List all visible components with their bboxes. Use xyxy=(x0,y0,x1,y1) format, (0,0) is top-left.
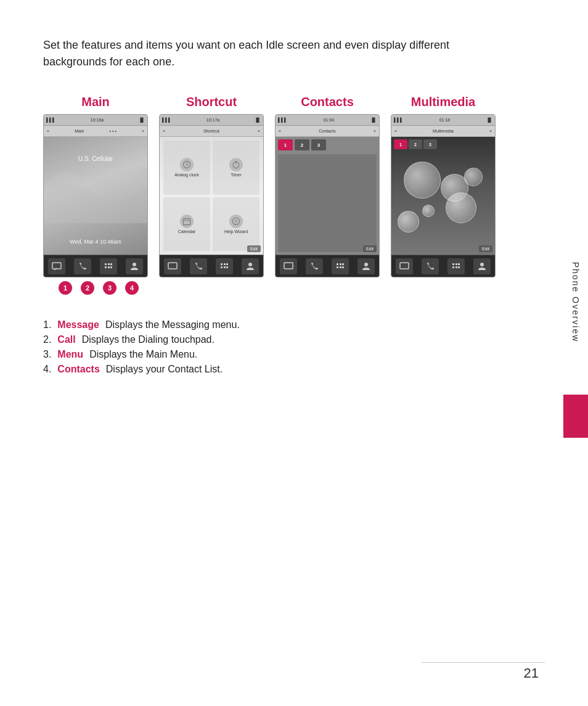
nav-bar-contacts: « Contacts » xyxy=(276,126,379,137)
edit-button-multimedia[interactable]: Edit xyxy=(479,245,492,252)
svg-rect-39 xyxy=(455,263,457,265)
status-time-multimedia: 01:18 xyxy=(439,118,451,122)
svg-rect-0 xyxy=(52,263,61,269)
edit-button-contacts[interactable]: Edit xyxy=(363,245,377,252)
svg-rect-29 xyxy=(284,263,293,269)
bullet-text-1: Displays the Messaging menu. xyxy=(105,319,240,330)
nav-title-multimedia: Multimedia xyxy=(433,129,454,133)
contacts-tab-3[interactable]: 3 xyxy=(311,139,326,150)
signal-icon: ▌▌▌ xyxy=(46,118,55,122)
phone-screen-main: ▌▌▌ 10:16a ▐▌ « Main • • • » U.S. C xyxy=(43,114,148,277)
timer-label: Timer xyxy=(231,173,242,177)
mm-tab-1[interactable]: 1 xyxy=(394,139,407,149)
screen-label-main: Main xyxy=(81,95,110,109)
svg-rect-21 xyxy=(168,263,177,269)
svg-rect-30 xyxy=(337,263,338,265)
call-icon-btn[interactable] xyxy=(74,258,91,274)
bullet-row-1: 1.Message Displays the Messaging menu. xyxy=(43,319,545,330)
call-icon-m[interactable] xyxy=(422,258,439,274)
call-icon-c[interactable] xyxy=(306,258,323,274)
page-number: 21 xyxy=(524,665,539,681)
message-icon-btn[interactable] xyxy=(48,258,65,274)
phone-screen-multimedia: ▌▌▌ 01:18 ▐▌ « Multimedia » 1 2 3 xyxy=(391,114,496,277)
bullet-keyword-3: Menu xyxy=(57,349,83,360)
mm-tab-3[interactable]: 3 xyxy=(423,139,437,149)
svg-point-36 xyxy=(364,263,368,266)
contacts-icon-c[interactable] xyxy=(357,258,375,274)
bullet-keyword-2: Call xyxy=(57,334,75,345)
help-label: Help Wizard xyxy=(224,229,248,234)
signal-icon-c: ▌▌▌ xyxy=(278,118,287,122)
nav-bar-shortcut: « Shortcut » xyxy=(160,126,263,137)
nav-forward-s: » xyxy=(258,129,260,133)
bottom-bar-shortcut xyxy=(160,255,263,277)
bullet-row-4: 4.Contacts Displays your Contact List. xyxy=(43,364,545,375)
nav-title-shortcut: Shortcut xyxy=(203,129,219,133)
nav-back: « xyxy=(47,129,49,133)
menu-icon-c[interactable] xyxy=(332,258,349,274)
svg-rect-24 xyxy=(226,263,228,265)
svg-rect-25 xyxy=(221,266,223,268)
svg-point-28 xyxy=(248,263,252,266)
clock-label: Analog clock xyxy=(174,173,199,177)
edit-button-shortcut[interactable]: Edit xyxy=(247,245,261,252)
svg-rect-37 xyxy=(400,263,409,269)
bullet-text-3: Displays the Main Menu. xyxy=(89,349,197,360)
main-screen-body: U.S. Cellular Wed, Mar 4 10:46am xyxy=(44,137,147,255)
divider-line xyxy=(422,662,545,663)
wave-decoration xyxy=(44,149,148,223)
multimedia-tabs: 1 2 3 xyxy=(394,139,437,149)
screen-label-multimedia: Multimedia xyxy=(411,95,475,109)
status-time-main: 10:16a xyxy=(91,118,104,122)
svg-rect-6 xyxy=(108,266,110,268)
screen-group-main: Main ▌▌▌ 10:16a ▐▌ « Main • • • » xyxy=(43,95,148,295)
shortcut-item-calendar: Calendar xyxy=(163,197,210,252)
nav-dots: • • • xyxy=(110,129,116,133)
num-2: 2 xyxy=(81,281,94,295)
nav-title-main: Main xyxy=(75,129,84,133)
status-bar-multimedia: ▌▌▌ 01:18 ▐▌ xyxy=(391,115,495,126)
status-bar-contacts: ▌▌▌ 01:04 ▐▌ xyxy=(276,115,379,126)
menu-icon-btn[interactable] xyxy=(100,258,117,274)
svg-rect-27 xyxy=(226,266,228,268)
bottom-bar-multimedia xyxy=(391,255,495,277)
calendar-label: Calendar xyxy=(178,229,195,234)
contacts-icon-s[interactable] xyxy=(242,258,259,274)
svg-rect-43 xyxy=(458,266,460,268)
call-icon-s[interactable] xyxy=(190,258,207,274)
num-1: 1 xyxy=(59,281,72,295)
contacts-area xyxy=(278,154,377,252)
bubble-6 xyxy=(398,211,419,232)
menu-icon-m[interactable] xyxy=(447,258,465,274)
status-time-shortcut: 10:17a xyxy=(206,118,219,122)
mm-tab-2[interactable]: 2 xyxy=(409,139,422,149)
msg-icon-s[interactable] xyxy=(164,258,181,274)
battery-icon-s: ▐▌ xyxy=(255,118,261,122)
page-content: Set the features and items you want on e… xyxy=(0,0,588,400)
bullet-text-4: Displays your Contact List. xyxy=(106,364,223,375)
bottom-bar-main xyxy=(44,255,147,277)
nav-forward: » xyxy=(142,129,144,133)
contacts-tab-2[interactable]: 2 xyxy=(295,139,309,150)
svg-rect-38 xyxy=(452,263,454,265)
svg-line-11 xyxy=(187,165,188,165)
contacts-tab-1[interactable]: 1 xyxy=(278,139,293,150)
side-accent-bar xyxy=(563,395,588,438)
bubble-1 xyxy=(404,162,441,199)
status-bar-shortcut: ▌▌▌ 10:17a ▐▌ xyxy=(160,115,263,126)
screens-section: Main ▌▌▌ 10:16a ▐▌ « Main • • • » xyxy=(43,95,545,295)
svg-point-8 xyxy=(133,263,136,266)
bubble-3 xyxy=(464,168,483,186)
msg-icon-c[interactable] xyxy=(280,258,297,274)
bullet-num-1: 1. xyxy=(43,319,51,330)
screen-group-contacts: Contacts ▌▌▌ 01:04 ▐▌ « Contacts » 1 2 3 xyxy=(275,95,380,277)
side-label: Phone Overview xyxy=(563,234,588,370)
msg-icon-m[interactable] xyxy=(396,258,413,274)
bullet-num-2: 2. xyxy=(43,334,51,345)
contacts-icon-btn[interactable] xyxy=(126,258,143,274)
nav-title-contacts: Contacts xyxy=(319,129,336,133)
menu-icon-s[interactable] xyxy=(216,258,233,274)
svg-text:?: ? xyxy=(235,219,237,224)
contacts-icon-m[interactable] xyxy=(473,258,491,274)
svg-rect-4 xyxy=(110,263,112,265)
